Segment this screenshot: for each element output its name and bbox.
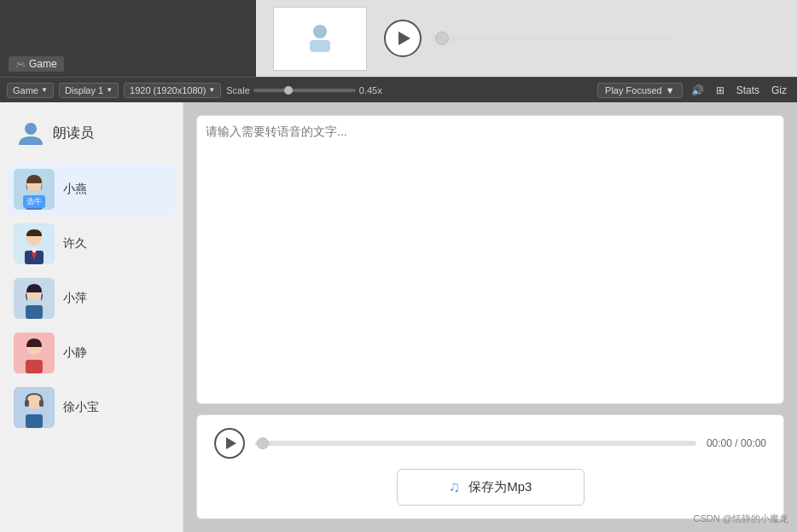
preview-area	[256, 0, 797, 77]
preview-card	[273, 7, 367, 71]
preview-player	[384, 20, 671, 57]
grid-icon: ⊞	[716, 84, 724, 96]
game-tab[interactable]: 🎮 Game	[9, 56, 64, 72]
stats-button[interactable]: Stats	[733, 83, 763, 98]
scale-thumb	[284, 86, 293, 95]
audio-button[interactable]: 🔊	[688, 83, 707, 98]
stats-label: Stats	[736, 84, 759, 96]
svg-rect-1	[310, 40, 330, 52]
reader-name-xuxiaobao: 徐小宝	[63, 400, 99, 415]
game-arrow: ▼	[41, 86, 48, 94]
play-icon	[226, 437, 236, 449]
scale-slider[interactable]	[253, 89, 356, 92]
time-display: 00:00 / 00:00	[707, 437, 766, 449]
toolbar: Game ▼ Display 1 ▼ 1920 (1920x1080) ▼ Sc…	[0, 77, 797, 102]
preview-thumbnail	[303, 21, 337, 55]
svg-rect-15	[26, 305, 43, 319]
main-content: 朗读员 选牛 小燕	[0, 102, 797, 532]
audio-icon: 🔊	[691, 84, 704, 96]
avatar-xujiu	[14, 223, 55, 264]
player-section: 00:00 / 00:00 ♫ 保存为Mp3	[196, 414, 784, 519]
save-button-container: ♫ 保存为Mp3	[214, 469, 766, 506]
reader-name-xiaoyan: 小燕	[63, 182, 87, 197]
grid-button[interactable]: ⊞	[713, 83, 728, 98]
progress-bar[interactable]	[255, 441, 696, 446]
preview-progress-bar[interactable]	[432, 36, 671, 41]
reader-item-xuxiaobao[interactable]: 徐小宝	[7, 382, 176, 433]
display-dropdown[interactable]: Display 1 ▼	[59, 83, 119, 98]
svg-point-2	[25, 123, 37, 135]
sidebar-header: 朗读员	[7, 111, 176, 155]
avatar-xiaojing	[14, 332, 55, 373]
svg-point-0	[313, 25, 327, 38]
resolution-arrow: ▼	[208, 86, 215, 94]
giz-button[interactable]: Giz	[768, 83, 790, 98]
sidebar: 朗读员 选牛 小燕	[0, 102, 183, 532]
text-input[interactable]	[206, 124, 775, 395]
scale-control: Scale 0.45x	[226, 85, 381, 95]
play-pause-button[interactable]	[214, 428, 245, 459]
sidebar-title: 朗读员	[53, 124, 94, 142]
play-focused-label: Play Focused	[605, 85, 662, 95]
giz-label: Giz	[771, 84, 787, 96]
scale-value: 0.45x	[359, 85, 382, 95]
reader-item-xiaoping[interactable]: 小萍	[7, 273, 176, 324]
preview-play-button[interactable]	[384, 20, 422, 57]
reader-name-xiaojing: 小静	[63, 345, 87, 361]
play-focused-button[interactable]: Play Focused ▼	[597, 83, 683, 98]
svg-rect-12	[32, 248, 36, 252]
scale-label: Scale	[226, 85, 250, 95]
player-controls: 00:00 / 00:00	[214, 428, 766, 459]
music-icon: ♫	[449, 478, 461, 496]
display-label: Display 1	[65, 85, 103, 95]
save-mp3-button[interactable]: ♫ 保存为Mp3	[397, 469, 585, 506]
play-focused-arrow: ▼	[666, 85, 675, 95]
resolution-dropdown[interactable]: 1920 (1920x1080) ▼	[124, 83, 221, 98]
reader-name-xujiu: 许久	[63, 236, 87, 252]
game-tab-label: Game	[29, 58, 57, 70]
resolution-label: 1920 (1920x1080)	[130, 85, 206, 95]
avatar-xuxiaobao	[14, 387, 55, 428]
reader-item-xiaoyan[interactable]: 选牛 小燕	[7, 164, 176, 215]
reader-header-icon	[15, 118, 46, 148]
text-input-area[interactable]	[196, 115, 784, 404]
avatar-xiaoyan: 选牛	[14, 169, 55, 210]
reader-item-xujiu[interactable]: 许久	[7, 218, 176, 269]
game-label: Game	[13, 85, 38, 95]
watermark: CSDN @恬静的小魔龙	[694, 512, 788, 525]
watermark-text: CSDN @恬静的小魔龙	[694, 513, 788, 523]
game-icon: 🎮	[15, 60, 26, 69]
svg-rect-22	[39, 400, 44, 407]
reader-item-xiaojing[interactable]: 小静	[7, 327, 176, 379]
badge-xiaoyan: 选牛	[23, 195, 45, 208]
svg-rect-21	[25, 400, 29, 407]
avatar-xiaoping	[14, 278, 55, 319]
svg-rect-18	[26, 360, 43, 373]
game-dropdown[interactable]: Game ▼	[7, 83, 54, 98]
right-panel: 00:00 / 00:00 ♫ 保存为Mp3	[183, 102, 797, 532]
display-arrow: ▼	[106, 86, 113, 94]
progress-thumb	[257, 437, 269, 449]
reader-name-xiaoping: 小萍	[63, 291, 87, 306]
svg-rect-23	[26, 414, 43, 428]
save-mp3-label: 保存为Mp3	[468, 479, 532, 495]
